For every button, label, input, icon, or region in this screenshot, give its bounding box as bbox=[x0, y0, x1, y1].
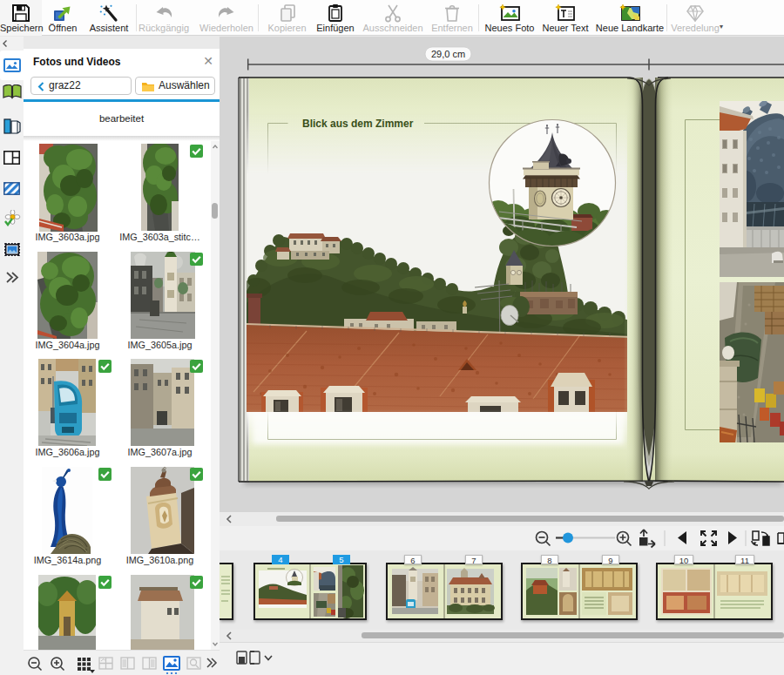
svg-text:29,0 cm: 29,0 cm bbox=[431, 49, 465, 59]
svg-text:Blick aus dem Zimmer: Blick aus dem Zimmer bbox=[302, 118, 414, 130]
